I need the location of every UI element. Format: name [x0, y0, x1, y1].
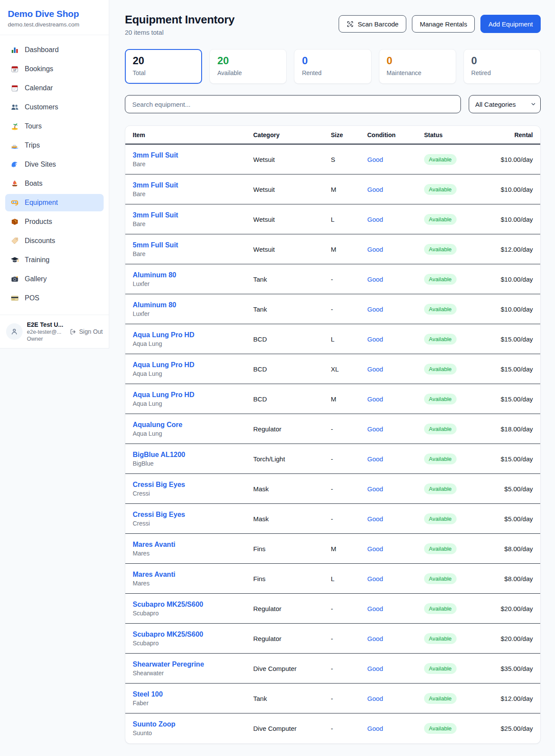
sidebar-item-dashboard[interactable]: Dashboard [5, 41, 104, 59]
sidebar-item-calendar[interactable]: Calendar [5, 79, 104, 97]
condition-link[interactable]: Good [367, 425, 424, 433]
table-row[interactable]: Mares Avanti Mares Fins L Good Available… [125, 564, 540, 594]
item-name-link[interactable]: Shearwater Peregrine [133, 661, 253, 668]
item-name-link[interactable]: Scubapro MK25/S600 [133, 601, 253, 608]
item-name-link[interactable]: 5mm Full Suit [133, 241, 253, 249]
item-name-link[interactable]: Suunto Zoop [133, 720, 253, 728]
item-name-link[interactable]: Cressi Big Eyes [133, 511, 253, 519]
sidebar-item-training[interactable]: Training [5, 251, 104, 269]
table-row[interactable]: Aluminum 80 Luxfer Tank - Good Available… [125, 264, 540, 294]
condition-link[interactable]: Good [367, 725, 424, 732]
table-row[interactable]: Cressi Big Eyes Cressi Mask - Good Avail… [125, 474, 540, 504]
condition-link[interactable]: Good [367, 246, 424, 253]
condition-link[interactable]: Good [367, 186, 424, 193]
status-badge: Available [424, 364, 457, 375]
item-name-link[interactable]: 3mm Full Suit [133, 181, 253, 189]
item-name-link[interactable]: Aqua Lung Pro HD [133, 361, 253, 369]
item-name-link[interactable]: Aqualung Core [133, 421, 253, 429]
sidebar-item-equipment[interactable]: Equipment [5, 194, 104, 211]
condition-link[interactable]: Good [367, 365, 424, 373]
items-total: 20 items total [125, 29, 235, 36]
table-row[interactable]: Aluminum 80 Luxfer Tank - Good Available… [125, 294, 540, 324]
table-row[interactable]: Scubapro MK25/S600 Scubapro Regulator - … [125, 594, 540, 624]
item-name-link[interactable]: Steel 100 [133, 690, 253, 698]
condition-link[interactable]: Good [367, 306, 424, 313]
sign-out-button[interactable]: Sign Out [69, 328, 103, 335]
table-row[interactable]: Steel 100 Faber Tank - Good Available $1… [125, 684, 540, 713]
status-badge: Available [424, 454, 457, 464]
size-cell: - [331, 635, 367, 642]
condition-link[interactable]: Good [367, 485, 424, 493]
table-row[interactable]: 5mm Full Suit Bare Wetsuit M Good Availa… [125, 234, 540, 264]
condition-link[interactable]: Good [367, 156, 424, 163]
category-cell: Wetsuit [253, 186, 331, 193]
table-row[interactable]: Mares Avanti Mares Fins M Good Available… [125, 534, 540, 564]
sidebar-item-products[interactable]: Products [5, 213, 104, 230]
search-input[interactable] [125, 95, 461, 113]
rental-cell: $15.00/day [493, 455, 533, 463]
condition-link[interactable]: Good [367, 635, 424, 642]
sidebar-item-gallery[interactable]: Gallery [5, 270, 104, 288]
condition-link[interactable]: Good [367, 605, 424, 612]
size-cell: L [331, 335, 367, 343]
sidebar-item-bookings[interactable]: 17 Bookings [5, 60, 104, 78]
table-row[interactable]: 3mm Full Suit Bare Wetsuit M Good Availa… [125, 174, 540, 204]
item-name-link[interactable]: Aluminum 80 [133, 271, 253, 279]
brand-name[interactable]: Demo Dive Shop [8, 9, 101, 19]
table-row[interactable]: Suunto Zoop Suunto Dive Computer - Good … [125, 713, 540, 743]
manage-rentals-button[interactable]: Manage Rentals [412, 15, 475, 33]
condition-link[interactable]: Good [367, 216, 424, 223]
table-row[interactable]: Aqua Lung Pro HD Aqua Lung BCD M Good Av… [125, 384, 540, 414]
condition-link[interactable]: Good [367, 665, 424, 672]
condition-link[interactable]: Good [367, 395, 424, 403]
status-badge: Available [424, 543, 457, 554]
stat-card-total[interactable]: 20 Total [125, 49, 202, 84]
status-badge: Available [424, 693, 457, 704]
item-name-link[interactable]: Aqua Lung Pro HD [133, 391, 253, 399]
sidebar-item-customers[interactable]: Customers [5, 99, 104, 116]
table-row[interactable]: 3mm Full Suit Bare Wetsuit S Good Availa… [125, 145, 540, 174]
item-name-link[interactable]: BigBlue AL1200 [133, 451, 253, 459]
stat-card-maintenance[interactable]: 0 Maintenance [379, 49, 456, 84]
item-name-link[interactable]: Aluminum 80 [133, 301, 253, 309]
item-name-link[interactable]: Mares Avanti [133, 541, 253, 549]
item-brand: Cressi [133, 490, 253, 497]
sidebar-item-tours[interactable]: Tours [5, 118, 104, 135]
person-icon [10, 327, 19, 336]
condition-link[interactable]: Good [367, 575, 424, 582]
condition-link[interactable]: Good [367, 545, 424, 552]
table-row[interactable]: 3mm Full Suit Bare Wetsuit L Good Availa… [125, 204, 540, 234]
condition-link[interactable]: Good [367, 276, 424, 283]
sidebar-item-boats[interactable]: Boats [5, 175, 104, 192]
table-row[interactable]: Aqua Lung Pro HD Aqua Lung BCD XL Good A… [125, 354, 540, 384]
scan-barcode-button[interactable]: Scan Barcode [339, 15, 406, 33]
item-name-link[interactable]: 3mm Full Suit [133, 211, 253, 219]
stat-card-available[interactable]: 20 Available [209, 49, 287, 84]
table-row[interactable]: Aqualung Core Aqua Lung Regulator - Good… [125, 414, 540, 444]
table-row[interactable]: Aqua Lung Pro HD Aqua Lung BCD L Good Av… [125, 324, 540, 354]
table-row[interactable]: Shearwater Peregrine Shearwater Dive Com… [125, 654, 540, 684]
table-row[interactable]: Cressi Big Eyes Cressi Mask - Good Avail… [125, 504, 540, 534]
category-cell: Tank [253, 306, 331, 313]
add-equipment-button[interactable]: Add Equipment [480, 15, 541, 33]
sidebar-item-discounts[interactable]: Discounts [5, 232, 104, 250]
sidebar-item-pos[interactable]: POS [5, 289, 104, 307]
status-cell: Available [424, 454, 493, 464]
item-name-link[interactable]: Scubapro MK25/S600 [133, 631, 253, 638]
condition-link[interactable]: Good [367, 455, 424, 463]
condition-link[interactable]: Good [367, 695, 424, 702]
stat-card-rented[interactable]: 0 Rented [294, 49, 371, 84]
item-name-link[interactable]: Aqua Lung Pro HD [133, 331, 253, 339]
table-row[interactable]: Scubapro MK25/S600 Scubapro Regulator - … [125, 624, 540, 654]
sidebar-item-dive-sites[interactable]: Dive Sites [5, 156, 104, 173]
stat-card-retired[interactable]: 0 Retired [464, 49, 541, 84]
condition-link[interactable]: Good [367, 335, 424, 343]
condition-link[interactable]: Good [367, 515, 424, 523]
table-row[interactable]: BigBlue AL1200 BigBlue Torch/Light - Goo… [125, 444, 540, 474]
category-cell: Wetsuit [253, 216, 331, 223]
category-select[interactable]: All Categories [469, 95, 541, 113]
sidebar-item-trips[interactable]: Trips [5, 137, 104, 154]
item-name-link[interactable]: Mares Avanti [133, 571, 253, 579]
item-name-link[interactable]: 3mm Full Suit [133, 151, 253, 159]
item-name-link[interactable]: Cressi Big Eyes [133, 481, 253, 489]
